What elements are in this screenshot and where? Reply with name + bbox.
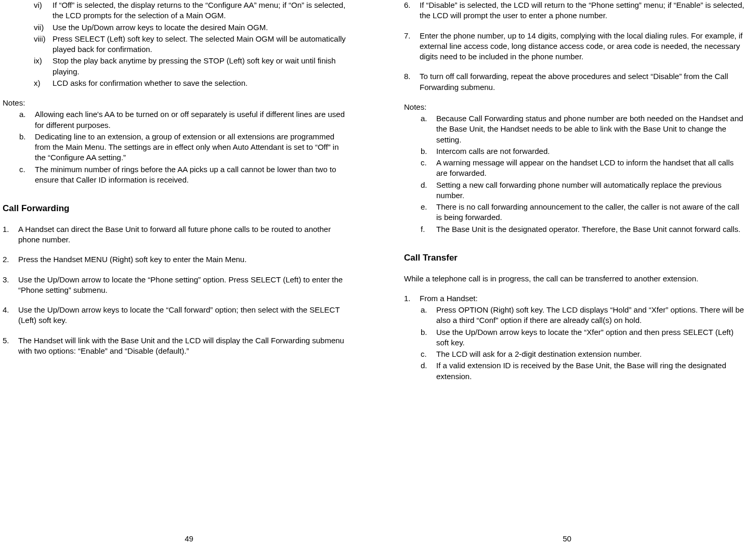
notes-list: a.Because Call Forwarding status and pho… <box>404 113 746 235</box>
list-item: 7.Enter the phone number, up to 14 digit… <box>404 31 746 62</box>
list-item: a.Press OPTION (Right) soft key. The LCD… <box>421 305 746 326</box>
list-item: 2.Press the Handset MENU (Right) soft ke… <box>3 254 347 265</box>
steps-list-cont: 6.If “Disable” is selected, the LCD will… <box>404 0 746 93</box>
list-item: 8.To turn off call forwarding, repeat th… <box>404 71 746 93</box>
steps-list: 1.A Handset can direct the Base Unit to … <box>3 224 347 356</box>
page-right: 6.If “Disable” is selected, the LCD will… <box>378 0 756 557</box>
list-item: b.Intercom calls are not forwarded. <box>404 146 746 157</box>
list-item: c.A warning message will appear on the h… <box>404 158 746 179</box>
list-item: d.Setting a new call forwarding phone nu… <box>404 180 746 201</box>
notes-label: Notes: <box>404 102 746 112</box>
list-item: x)LCD asks for confirmation whether to s… <box>34 78 347 88</box>
page-left: vi)If “Off” is selected, the display ret… <box>0 0 378 557</box>
page-number: 49 <box>0 534 378 544</box>
intro-paragraph: While a telephone call is in progress, t… <box>404 274 746 284</box>
document-spread: vi)If “Off” is selected, the display ret… <box>0 0 756 557</box>
notes-list: a.Allowing each line's AA to be turned o… <box>3 109 347 185</box>
list-item: d.If a valid extension ID is received by… <box>421 360 746 382</box>
list-item: 5.The Handset will link with the Base Un… <box>3 335 347 357</box>
sub-list: a.Press OPTION (Right) soft key. The LCD… <box>421 305 746 382</box>
steps-list: 1.From a Handset: <box>404 293 746 304</box>
list-item: c.The LCD will ask for a 2-digit destina… <box>421 349 746 359</box>
list-item: 3.Use the Up/Down arrow to locate the “P… <box>3 275 347 296</box>
list-item: 1.A Handset can direct the Base Unit to … <box>3 224 347 245</box>
notes-label: Notes: <box>3 98 347 108</box>
list-item: f.The Base Unit is the designated operat… <box>404 224 746 235</box>
list-item: vi)If “Off” is selected, the display ret… <box>34 0 347 21</box>
list-item: 6.If “Disable” is selected, the LCD will… <box>404 0 746 21</box>
list-item: vii)Use the Up/Down arrow keys to locate… <box>34 22 347 33</box>
list-item: b.Dedicating line to an extension, a gro… <box>3 132 347 163</box>
list-item: ix)Stop the play back anytime by pressin… <box>34 56 347 77</box>
list-item: b.Use the Up/Down arrow keys to locate t… <box>421 327 746 348</box>
list-item: e.There is no call forwarding announceme… <box>404 202 746 223</box>
roman-list: vi)If “Off” is selected, the display ret… <box>34 0 347 88</box>
list-item: a.Because Call Forwarding status and pho… <box>404 113 746 145</box>
list-item: viii)Press SELECT (Left) soft key to sel… <box>34 34 347 55</box>
list-item: 4.Use the Up/Down arrow keys to locate t… <box>3 305 347 326</box>
list-item: c.The minimum number of rings before the… <box>3 164 347 186</box>
heading-call-transfer: Call Transfer <box>404 252 746 264</box>
page-number: 50 <box>378 534 756 544</box>
heading-call-forwarding: Call Forwarding <box>3 203 347 215</box>
list-item: a.Allowing each line's AA to be turned o… <box>3 109 347 131</box>
list-item: 1.From a Handset: <box>404 293 746 304</box>
